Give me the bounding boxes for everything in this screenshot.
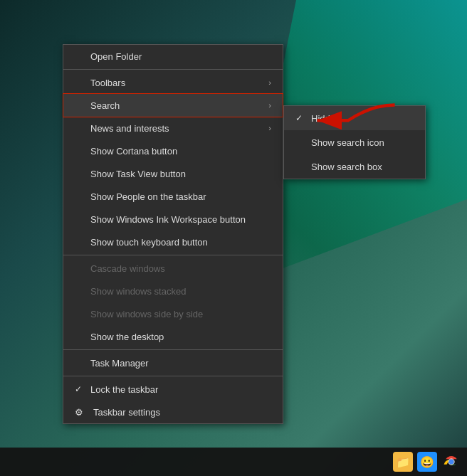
menu-item-ink[interactable]: Show Windows Ink Workspace button — [63, 208, 283, 231]
menu-item-lock-taskbar[interactable]: ✓ Lock the taskbar — [63, 378, 283, 401]
menu-item-show-desktop[interactable]: Show the desktop — [63, 325, 283, 348]
menu-divider-1 — [63, 255, 283, 255]
arrow-icon-toolbars: › — [268, 78, 271, 87]
menu-item-side-by-side: Show windows side by side — [63, 302, 283, 325]
menu-item-cascade: Cascade windows — [63, 257, 283, 280]
menu-label-open-folder: Open Folder — [90, 51, 142, 62]
taskbar: 📁 😀 — [0, 448, 467, 476]
menu-item-stacked: Show windows stacked — [63, 280, 283, 302]
menu-label-task-view: Show Task View button — [90, 169, 186, 179]
gear-icon: ⚙ — [75, 407, 85, 418]
menu-item-people[interactable]: Show People on the taskbar — [63, 185, 283, 208]
menu-label-cascade: Cascade windows — [90, 263, 165, 274]
menu-label-people: Show People on the taskbar — [90, 191, 206, 202]
menu-label-ink: Show Windows Ink Workspace button — [90, 214, 246, 225]
menu-item-toolbars[interactable]: Toolbars › — [63, 71, 283, 94]
menu-item-touch[interactable]: Show touch keyboard button — [63, 231, 283, 253]
menu-label-toolbars: Toolbars — [90, 78, 125, 88]
submenu-item-show-search-box[interactable]: Show search box — [284, 154, 425, 179]
check-icon-lock: ✓ — [75, 384, 85, 394]
menu-item-task-manager[interactable]: Task Manager — [63, 351, 283, 374]
taskbar-icon-folder[interactable]: 📁 — [393, 452, 413, 472]
check-icon-hidden: ✓ — [295, 113, 305, 123]
menu-item-cortana[interactable]: Show Cortana button — [63, 139, 283, 162]
menu-label-touch: Show touch keyboard button — [90, 237, 208, 248]
menu-label-side-by-side: Show windows side by side — [90, 309, 203, 319]
svg-point-1 — [448, 459, 453, 464]
menu-divider-3 — [63, 376, 283, 376]
arrow-icon-news: › — [268, 124, 271, 132]
menu-label-taskbar-settings: Taskbar settings — [93, 407, 160, 418]
menu-label-search: Search — [90, 100, 120, 111]
menu-label-news: News and interests — [90, 123, 169, 134]
submenu-label-show-search-box: Show search box — [311, 162, 382, 172]
menu-item-task-view[interactable]: Show Task View button — [63, 162, 283, 185]
menu-label-show-desktop: Show the desktop — [90, 332, 164, 342]
menu-label-task-manager: Task Manager — [90, 358, 149, 369]
chrome-icon — [444, 454, 459, 470]
red-arrow-indicator — [306, 101, 406, 144]
taskbar-icon-emoji[interactable]: 😀 — [417, 452, 437, 472]
arrow-icon-search: › — [268, 101, 271, 110]
menu-item-open-folder[interactable]: Open Folder — [63, 45, 283, 68]
menu-divider-0 — [63, 69, 283, 70]
menu-item-search[interactable]: Search › — [63, 94, 283, 117]
menu-label-cortana: Show Cortana button — [90, 146, 177, 157]
taskbar-icon-chrome[interactable] — [441, 452, 461, 472]
context-menu: Open Folder Toolbars › Search › News and… — [63, 44, 283, 424]
menu-label-stacked: Show windows stacked — [90, 286, 186, 297]
menu-item-news[interactable]: News and interests › — [63, 117, 283, 139]
menu-divider-2 — [63, 349, 283, 350]
menu-label-lock-taskbar: Lock the taskbar — [90, 384, 158, 395]
menu-item-taskbar-settings[interactable]: ⚙ Taskbar settings — [63, 401, 283, 423]
